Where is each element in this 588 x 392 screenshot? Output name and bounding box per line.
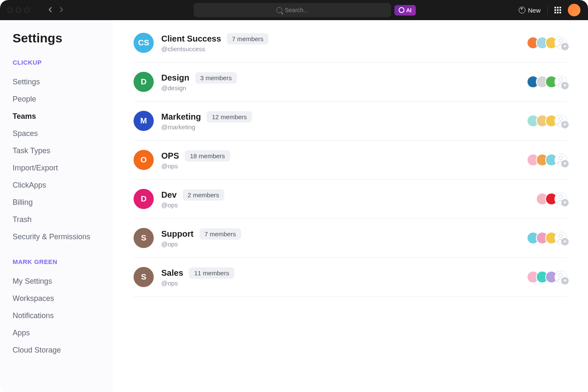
plus-icon: + xyxy=(561,43,569,50)
sidebar-item-teams[interactable]: Teams xyxy=(13,108,101,125)
team-handle: @ops xyxy=(161,240,241,248)
team-name: OPS xyxy=(161,151,179,161)
team-name: Client Success xyxy=(161,34,221,44)
main-content: CSClient Success7 members@clientsuccess+… xyxy=(113,20,588,392)
traffic-zoom[interactable] xyxy=(24,8,29,13)
nav-back-icon[interactable] xyxy=(46,7,55,13)
team-badge: CS xyxy=(134,33,154,53)
member-count-pill: 7 members xyxy=(200,228,241,240)
sidebar-item-security-permissions[interactable]: Security & Permissions xyxy=(13,228,101,246)
sidebar-section-user: MARK GREEN xyxy=(13,258,101,265)
member-count-pill: 18 members xyxy=(185,150,230,162)
nav-arrows xyxy=(46,7,66,13)
avatar-stack: + xyxy=(527,76,567,88)
new-label: New xyxy=(528,7,541,14)
team-handle: @clientsuccess xyxy=(161,45,268,52)
team-name: Design xyxy=(161,73,189,83)
team-row[interactable]: DDev2 members@ops+ xyxy=(134,180,567,219)
team-badge: S xyxy=(134,267,154,287)
divider xyxy=(547,5,548,15)
search-placeholder: Search... xyxy=(285,7,308,13)
team-handle: @ops xyxy=(161,201,224,209)
team-info: Marketing12 members@marketing xyxy=(161,111,252,131)
member-count-pill: 7 members xyxy=(227,33,268,44)
team-info: Client Success7 members@clientsuccess xyxy=(161,33,268,52)
sidebar-item-settings[interactable]: Settings xyxy=(13,73,101,91)
sidebar-section-clickup: CLICKUP xyxy=(13,59,101,66)
user-avatar[interactable] xyxy=(568,4,580,16)
plus-icon: + xyxy=(561,238,569,246)
member-count-pill: 3 members xyxy=(195,72,237,84)
team-handle: @marketing xyxy=(161,123,252,131)
avatar-stack: + xyxy=(527,232,567,244)
avatar-stack: + xyxy=(527,271,567,283)
ai-icon xyxy=(399,7,404,13)
plus-icon: + xyxy=(561,277,569,285)
sidebar-item-apps[interactable]: Apps xyxy=(13,324,101,342)
team-handle: @design xyxy=(161,84,237,91)
topbar: Search... AI New xyxy=(0,0,588,20)
avatar-stack: + xyxy=(527,154,567,166)
sidebar-item-task-types[interactable]: Task Types xyxy=(13,142,101,159)
plus-icon: + xyxy=(561,82,569,89)
avatar-stack: + xyxy=(527,37,567,49)
team-badge: S xyxy=(134,228,154,248)
sidebar: Settings CLICKUP SettingsPeopleTeamsSpac… xyxy=(0,20,113,392)
sidebar-item-cloud-storage[interactable]: Cloud Storage xyxy=(13,342,101,359)
search-icon xyxy=(276,7,282,13)
sidebar-item-spaces[interactable]: Spaces xyxy=(13,125,101,142)
team-badge: M xyxy=(134,111,154,131)
team-name: Marketing xyxy=(161,112,201,122)
nav-forward-icon[interactable] xyxy=(57,7,66,13)
team-badge: D xyxy=(134,72,154,92)
team-row[interactable]: DDesign3 members@design+ xyxy=(134,63,567,102)
team-row[interactable]: MMarketing12 members@marketing+ xyxy=(134,102,567,141)
team-info: Dev2 members@ops xyxy=(161,189,224,209)
sidebar-item-notifications[interactable]: Notifications xyxy=(13,307,101,324)
window-controls xyxy=(8,8,29,13)
team-info: Support7 members@ops xyxy=(161,228,241,248)
team-name: Dev xyxy=(161,190,177,200)
sidebar-item-import-export[interactable]: Import/Export xyxy=(13,159,101,177)
team-row[interactable]: OOPS18 members@ops+ xyxy=(134,141,567,180)
new-button[interactable]: New xyxy=(519,7,541,14)
ai-button[interactable]: AI xyxy=(394,5,416,16)
team-info: Sales11 members@ops xyxy=(161,267,234,287)
member-count-pill: 11 members xyxy=(189,267,234,279)
plus-circle-icon xyxy=(519,7,525,13)
plus-icon: + xyxy=(561,160,569,167)
team-row[interactable]: SSupport7 members@ops+ xyxy=(134,219,567,258)
team-badge: D xyxy=(134,189,154,209)
plus-icon: + xyxy=(561,121,569,128)
sidebar-item-workspaces[interactable]: Workspaces xyxy=(13,290,101,307)
member-count-pill: 2 members xyxy=(183,189,224,201)
avatar-stack: + xyxy=(527,115,567,127)
team-handle: @ops xyxy=(161,162,230,170)
apps-grid-icon[interactable] xyxy=(554,7,561,13)
page-title: Settings xyxy=(13,31,101,45)
traffic-minimize[interactable] xyxy=(16,8,21,13)
sidebar-item-billing[interactable]: Billing xyxy=(13,194,101,211)
sidebar-item-trash[interactable]: Trash xyxy=(13,211,101,228)
search-input[interactable]: Search... xyxy=(194,3,391,17)
avatar-stack: + xyxy=(536,193,567,205)
sidebar-item-clickapps[interactable]: ClickApps xyxy=(13,177,101,194)
plus-icon: + xyxy=(561,199,569,206)
team-info: Design3 members@design xyxy=(161,72,237,91)
sidebar-item-people[interactable]: People xyxy=(13,91,101,108)
ai-label: AI xyxy=(406,7,412,13)
team-info: OPS18 members@ops xyxy=(161,150,230,170)
team-handle: @ops xyxy=(161,280,234,287)
team-badge: O xyxy=(134,150,154,170)
team-name: Sales xyxy=(161,268,183,278)
traffic-close[interactable] xyxy=(8,8,13,13)
team-name: Support xyxy=(161,229,194,239)
sidebar-item-my-settings[interactable]: My Settings xyxy=(13,273,101,290)
team-row[interactable]: CSClient Success7 members@clientsuccess+ xyxy=(134,33,567,63)
member-count-pill: 12 members xyxy=(207,111,252,123)
team-row[interactable]: SSales11 members@ops+ xyxy=(134,258,567,297)
